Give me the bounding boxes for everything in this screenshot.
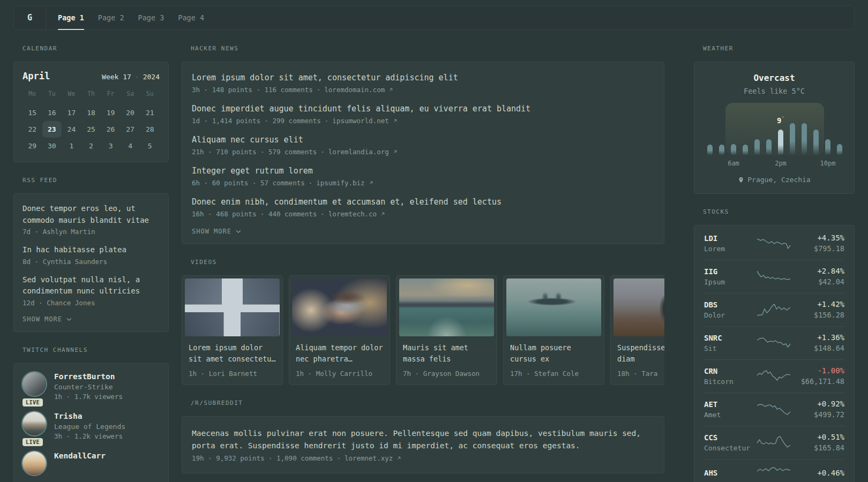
weather-time-labels: 6am2pm10pm	[704, 160, 845, 168]
calendar-date[interactable]: 20	[121, 104, 140, 121]
rss-show-more-label: SHOW MORE	[23, 315, 62, 323]
calendar-date[interactable]: 5	[140, 138, 160, 154]
item-meta-text: 21h · 710 points · 579 comments	[192, 148, 317, 156]
calendar-date[interactable]: 21	[140, 104, 160, 121]
stock-name: Consectetur	[704, 444, 757, 452]
stock-sparkline	[757, 466, 791, 480]
calendar-week-number: Week 17	[102, 73, 131, 81]
hackernews-item[interactable]: Lorem ipsum dolor sit amet, consectetur …	[192, 72, 654, 94]
twitch-channel-row[interactable]: LIVETrishaLeague of Legends3h · 1.2k vie…	[23, 412, 160, 440]
channel-viewers: 3h · 1.2k viewers	[54, 432, 125, 440]
stock-row[interactable]: IIGIpsum+2.84%$42.04	[704, 260, 844, 293]
nav-tab-page-3[interactable]: Page 3	[131, 6, 171, 29]
item-domain-link[interactable]: loremlandia.org	[328, 148, 389, 156]
weather-time-label: 2pm	[775, 160, 787, 167]
hackernews-item-title: Integer eget rutrum lorem	[192, 165, 654, 176]
calendar-date[interactable]: 1	[62, 138, 81, 154]
stock-change: +1.36%	[791, 333, 844, 342]
item-domain-link[interactable]: loremdomain.com	[324, 86, 385, 94]
calendar-date[interactable]: 3	[101, 138, 121, 154]
video-title: Aliquam tempor dolornec pharetra…	[296, 342, 383, 365]
calendar-date[interactable]: 17	[62, 104, 81, 121]
subreddit-post[interactable]: Maecenas mollis pulvinar erat non posuer…	[192, 427, 654, 462]
stock-values: +0.92%$499.72	[791, 400, 844, 419]
rss-section-title: RSS FEED	[23, 177, 169, 184]
nav-tab-page-2[interactable]: Page 2	[91, 6, 131, 29]
calendar-date[interactable]: 30	[42, 138, 62, 154]
rss-item[interactable]: Donec tempor eros leo, ut commodo mauris…	[23, 203, 160, 236]
stock-row[interactable]: CCSConsectetur+0.51%$165.84	[704, 426, 844, 460]
rss-show-more-button[interactable]: SHOW MORE	[23, 315, 160, 323]
stock-ticker: SNRC	[704, 334, 757, 342]
video-card[interactable]: Mauris sit ametmassa felis7h · Grayson D…	[396, 275, 497, 385]
calendar-date[interactable]: 16	[42, 104, 62, 121]
weather-bar	[719, 145, 724, 155]
item-domain-link[interactable]: ipsumify.biz	[316, 179, 364, 187]
item-meta-text: 6h · 60 points · 57 comments	[192, 179, 305, 187]
video-card[interactable]: Aliquam tempor dolornec pharetra…1h · Mo…	[289, 275, 390, 385]
degree-symbol: °	[782, 116, 784, 121]
item-domain-link[interactable]: ipsumworld.net	[332, 117, 388, 125]
calendar-day-header: Th	[81, 90, 101, 104]
calendar-date[interactable]: 18	[81, 104, 101, 121]
stock-change: +0.51%	[791, 433, 844, 441]
chevron-down-icon	[66, 316, 72, 322]
twitch-channel-row[interactable]: LIVEForrestBurtonCounter-Strike1h · 1.7k…	[23, 372, 160, 401]
stock-row[interactable]: SNRCSit+1.36%$148.64	[704, 327, 844, 360]
calendar-date[interactable]: 2	[81, 138, 101, 154]
stock-row[interactable]: DBSDolor+1.42%$156.28	[704, 293, 844, 327]
calendar-date[interactable]: 24	[62, 121, 81, 138]
hackernews-item-title: Aliquam nec cursus elit	[192, 134, 654, 145]
nav-tabs: Page 1Page 2Page 3Page 4	[46, 6, 211, 29]
item-domain-link[interactable]: loremnet.xyz	[345, 454, 393, 462]
video-card[interactable]: Lorem ipsum dolorsit amet consectetu…1h …	[182, 275, 283, 385]
subreddit-section: /R/SUBREDDIT Maecenas mollis pulvinar er…	[182, 400, 664, 473]
calendar-day-header: Sa	[121, 90, 140, 104]
calendar-date[interactable]: 29	[23, 138, 42, 154]
calendar-date[interactable]: 19	[101, 104, 121, 121]
hackernews-section-title: HACKER NEWS	[191, 45, 664, 52]
live-badge: LIVE	[23, 438, 43, 446]
calendar-date[interactable]: 28	[140, 121, 160, 138]
calendar-date[interactable]: 25	[81, 121, 101, 138]
hackernews-section: HACKER NEWS Lorem ipsum dolor sit amet, …	[182, 45, 664, 244]
rss-item[interactable]: Sed volutpat nulla nisl, a condimentum n…	[23, 274, 160, 307]
video-meta: 7h · Grayson Dawson	[403, 370, 490, 378]
stock-sparkline	[757, 402, 791, 416]
video-card[interactable]: Suspendissediam18h · Tara	[610, 275, 664, 385]
stock-change: -1.00%	[791, 366, 844, 375]
nav-tab-page-4[interactable]: Page 4	[171, 6, 211, 29]
hackernews-item[interactable]: Donec enim nibh, condimentum et accumsan…	[192, 197, 654, 218]
hackernews-item[interactable]: Donec imperdiet augue tincidunt felis al…	[192, 103, 654, 125]
hackernews-item[interactable]: Aliquam nec cursus elit21h · 710 points …	[192, 134, 654, 156]
hackernews-item[interactable]: Integer eget rutrum lorem6h · 60 points …	[192, 165, 654, 187]
stock-name: Ipsum	[704, 278, 757, 286]
calendar-date[interactable]: 23	[42, 121, 62, 138]
nav-tab-page-1[interactable]: Page 1	[51, 6, 91, 29]
app-logo[interactable]: G	[14, 6, 46, 29]
item-meta-text: 3h · 148 points · 116 comments	[192, 86, 313, 94]
stocks-section-title: STOCKS	[703, 208, 855, 215]
calendar-date[interactable]: 27	[121, 121, 140, 138]
calendar-date[interactable]: 26	[101, 121, 121, 138]
calendar-date[interactable]: 22	[23, 121, 42, 138]
stock-values: +0.51%$165.84	[791, 433, 844, 452]
stock-row[interactable]: CRNBitcorn-1.00%$66,171.48	[704, 360, 844, 393]
calendar-date[interactable]: 4	[121, 138, 140, 154]
channel-name: KendallCarr	[54, 451, 106, 460]
twitch-channel-row[interactable]: KendallCarr	[23, 451, 160, 475]
item-domain-link[interactable]: loremtech.co	[328, 210, 377, 218]
rss-item[interactable]: In hac habitasse platea8d · Cynthia Saun…	[23, 244, 160, 266]
stock-row[interactable]: AHS+0.46%	[704, 460, 844, 482]
weather-section: WEATHER Overcast Feels like 5°C 9° 6am2p…	[694, 45, 855, 194]
stock-sparkline	[757, 303, 791, 317]
video-card[interactable]: Nullam posuerecursus ex17h · Stefan Cole	[503, 275, 604, 385]
weather-bar	[813, 130, 819, 155]
videos-section: VIDEOS Lorem ipsum dolorsit amet consect…	[182, 259, 664, 385]
calendar-date[interactable]: 15	[23, 104, 42, 121]
stock-row[interactable]: LDILorem+4.35%$795.18	[704, 227, 844, 260]
calendar-week-info: Week 17 · 2024	[102, 73, 160, 81]
video-thumbnail	[399, 278, 494, 336]
hackernews-show-more-button[interactable]: SHOW MORE	[192, 228, 654, 235]
stock-row[interactable]: AETAmet+0.92%$499.72	[704, 393, 844, 426]
